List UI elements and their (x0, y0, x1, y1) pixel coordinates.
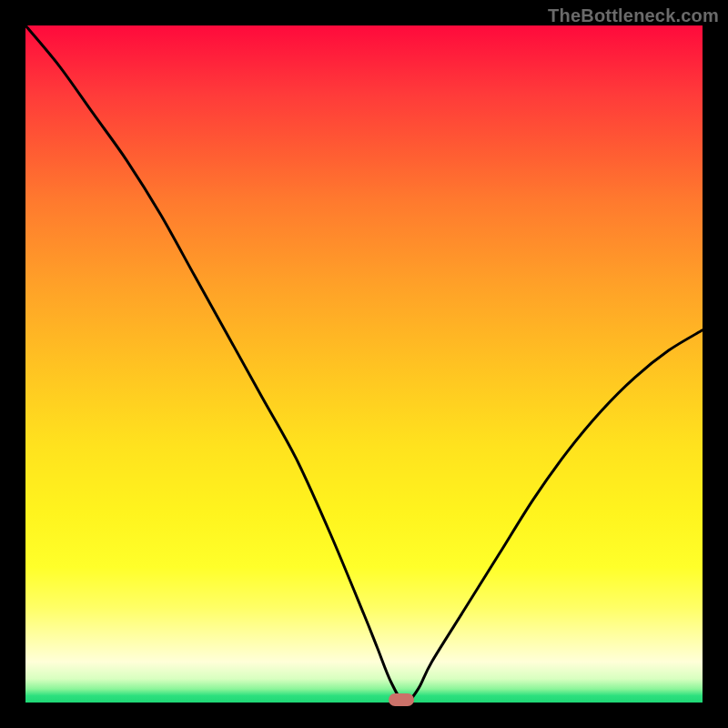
watermark-text: TheBottleneck.com (548, 5, 719, 26)
bottleneck-curve (25, 25, 703, 703)
optimal-point-marker (389, 693, 414, 706)
chart-container: TheBottleneck.com (0, 0, 728, 728)
plot-area (25, 25, 703, 703)
